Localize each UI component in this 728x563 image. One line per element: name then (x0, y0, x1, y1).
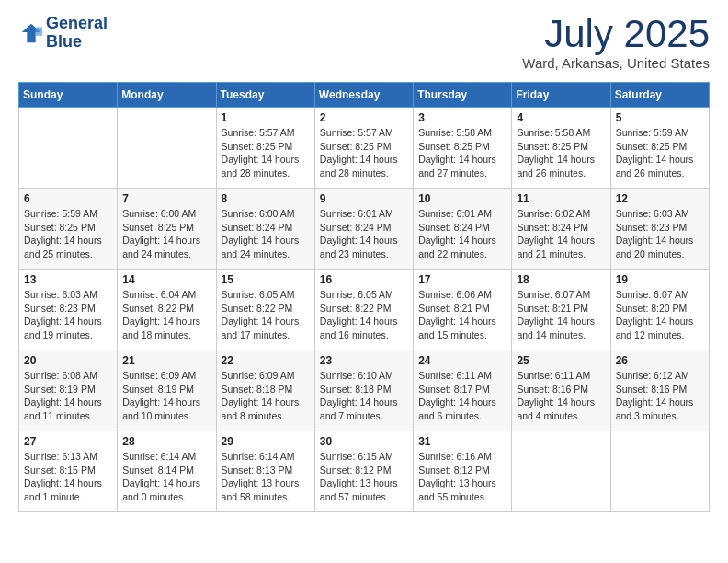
day-number: 16 (320, 273, 408, 286)
day-number: 24 (418, 354, 506, 367)
day-number: 15 (222, 273, 310, 286)
day-info: Sunrise: 6:12 AMSunset: 8:16 PMDaylight:… (616, 369, 704, 423)
day-info: Sunrise: 6:00 AMSunset: 8:24 PMDaylight:… (222, 207, 310, 261)
day-number: 14 (122, 273, 210, 286)
day-info: Sunrise: 6:00 AMSunset: 8:25 PMDaylight:… (122, 207, 210, 261)
day-number: 23 (320, 354, 408, 367)
day-cell: 3Sunrise: 5:58 AMSunset: 8:25 PMDaylight… (414, 108, 512, 189)
day-info: Sunrise: 5:59 AMSunset: 8:25 PMDaylight:… (616, 126, 704, 180)
day-info: Sunrise: 6:11 AMSunset: 8:16 PMDaylight:… (517, 369, 605, 423)
day-cell: 5Sunrise: 5:59 AMSunset: 8:25 PMDaylight… (610, 108, 709, 189)
week-row-2: 6Sunrise: 5:59 AMSunset: 8:25 PMDaylight… (19, 189, 710, 270)
weekday-header-tuesday: Tuesday (216, 83, 314, 108)
day-number: 30 (320, 435, 408, 448)
day-info: Sunrise: 6:13 AMSunset: 8:15 PMDaylight:… (24, 450, 112, 504)
day-cell: 24Sunrise: 6:11 AMSunset: 8:17 PMDayligh… (414, 350, 512, 431)
day-cell: 15Sunrise: 6:05 AMSunset: 8:22 PMDayligh… (216, 270, 314, 350)
day-number: 1 (222, 111, 310, 124)
day-number: 6 (24, 192, 112, 205)
day-cell: 6Sunrise: 5:59 AMSunset: 8:25 PMDaylight… (19, 189, 118, 270)
day-number: 20 (24, 354, 112, 367)
day-cell: 8Sunrise: 6:00 AMSunset: 8:24 PMDaylight… (216, 189, 314, 270)
day-cell: 7Sunrise: 6:00 AMSunset: 8:25 PMDaylight… (118, 189, 216, 270)
day-number: 22 (222, 354, 310, 367)
day-cell (610, 431, 709, 512)
weekday-header-thursday: Thursday (414, 83, 512, 108)
week-row-3: 13Sunrise: 6:03 AMSunset: 8:23 PMDayligh… (19, 270, 710, 350)
day-cell: 11Sunrise: 6:02 AMSunset: 8:24 PMDayligh… (512, 189, 610, 270)
day-cell: 27Sunrise: 6:13 AMSunset: 8:15 PMDayligh… (19, 431, 118, 512)
day-info: Sunrise: 6:14 AMSunset: 8:14 PMDaylight:… (122, 450, 210, 504)
day-number: 9 (320, 192, 408, 205)
day-cell: 13Sunrise: 6:03 AMSunset: 8:23 PMDayligh… (19, 270, 118, 350)
day-number: 17 (418, 273, 506, 286)
day-number: 27 (24, 435, 112, 448)
day-info: Sunrise: 6:05 AMSunset: 8:22 PMDaylight:… (222, 288, 310, 342)
day-info: Sunrise: 6:04 AMSunset: 8:22 PMDaylight:… (122, 288, 210, 342)
weekday-header-wednesday: Wednesday (314, 83, 413, 108)
day-number: 28 (122, 435, 210, 448)
day-info: Sunrise: 6:09 AMSunset: 8:19 PMDaylight:… (122, 369, 210, 423)
week-row-5: 27Sunrise: 6:13 AMSunset: 8:15 PMDayligh… (19, 431, 710, 512)
day-cell: 18Sunrise: 6:07 AMSunset: 8:21 PMDayligh… (512, 270, 610, 350)
day-cell: 20Sunrise: 6:08 AMSunset: 8:19 PMDayligh… (19, 350, 118, 431)
day-info: Sunrise: 6:01 AMSunset: 8:24 PMDaylight:… (320, 207, 408, 261)
day-cell: 31Sunrise: 6:16 AMSunset: 8:12 PMDayligh… (414, 431, 512, 512)
logo-line1: General (46, 15, 108, 33)
day-info: Sunrise: 6:15 AMSunset: 8:12 PMDaylight:… (320, 450, 408, 504)
svg-marker-2 (36, 27, 42, 35)
day-number: 25 (517, 354, 605, 367)
day-info: Sunrise: 5:59 AMSunset: 8:25 PMDaylight:… (24, 207, 112, 261)
weekday-header-friday: Friday (512, 83, 610, 108)
weekday-header-saturday: Saturday (610, 83, 709, 108)
day-cell: 28Sunrise: 6:14 AMSunset: 8:14 PMDayligh… (118, 431, 216, 512)
logo: General Blue (18, 15, 108, 52)
day-cell: 19Sunrise: 6:07 AMSunset: 8:20 PMDayligh… (610, 270, 709, 350)
day-info: Sunrise: 6:07 AMSunset: 8:21 PMDaylight:… (517, 288, 605, 342)
day-number: 19 (616, 273, 704, 286)
day-cell: 21Sunrise: 6:09 AMSunset: 8:19 PMDayligh… (118, 350, 216, 431)
day-info: Sunrise: 6:16 AMSunset: 8:12 PMDaylight:… (418, 450, 506, 504)
day-cell: 12Sunrise: 6:03 AMSunset: 8:23 PMDayligh… (610, 189, 709, 270)
logo-line2: Blue (46, 33, 108, 52)
day-info: Sunrise: 5:58 AMSunset: 8:25 PMDaylight:… (517, 126, 605, 180)
weekday-header-monday: Monday (118, 83, 216, 108)
day-info: Sunrise: 5:57 AMSunset: 8:25 PMDaylight:… (222, 126, 310, 180)
day-cell: 2Sunrise: 5:57 AMSunset: 8:25 PMDaylight… (314, 108, 413, 189)
day-number: 3 (418, 111, 506, 124)
day-number: 7 (122, 192, 210, 205)
day-number: 11 (517, 192, 605, 205)
day-number: 2 (320, 111, 408, 124)
day-cell (512, 431, 610, 512)
day-number: 26 (616, 354, 704, 367)
day-info: Sunrise: 6:07 AMSunset: 8:20 PMDaylight:… (616, 288, 704, 342)
day-cell: 1Sunrise: 5:57 AMSunset: 8:25 PMDaylight… (216, 108, 314, 189)
day-number: 10 (418, 192, 506, 205)
day-cell: 23Sunrise: 6:10 AMSunset: 8:18 PMDayligh… (314, 350, 413, 431)
day-info: Sunrise: 6:06 AMSunset: 8:21 PMDaylight:… (418, 288, 506, 342)
day-info: Sunrise: 5:58 AMSunset: 8:25 PMDaylight:… (418, 126, 506, 180)
day-info: Sunrise: 5:57 AMSunset: 8:25 PMDaylight:… (320, 126, 408, 180)
day-info: Sunrise: 6:01 AMSunset: 8:24 PMDaylight:… (418, 207, 506, 261)
day-info: Sunrise: 6:03 AMSunset: 8:23 PMDaylight:… (616, 207, 704, 261)
day-cell: 16Sunrise: 6:05 AMSunset: 8:22 PMDayligh… (314, 270, 413, 350)
day-number: 5 (616, 111, 704, 124)
day-info: Sunrise: 6:11 AMSunset: 8:17 PMDaylight:… (418, 369, 506, 423)
day-cell (19, 108, 118, 189)
day-cell: 26Sunrise: 6:12 AMSunset: 8:16 PMDayligh… (610, 350, 709, 431)
day-number: 8 (222, 192, 310, 205)
page-header: General Blue July 2025 Ward, Arkansas, U… (18, 15, 710, 71)
day-cell: 9Sunrise: 6:01 AMSunset: 8:24 PMDaylight… (314, 189, 413, 270)
day-number: 4 (517, 111, 605, 124)
weekday-header-row: SundayMondayTuesdayWednesdayThursdayFrid… (19, 83, 710, 108)
day-cell: 4Sunrise: 5:58 AMSunset: 8:25 PMDaylight… (512, 108, 610, 189)
day-info: Sunrise: 6:05 AMSunset: 8:22 PMDaylight:… (320, 288, 408, 342)
day-cell: 29Sunrise: 6:14 AMSunset: 8:13 PMDayligh… (216, 431, 314, 512)
day-number: 13 (24, 273, 112, 286)
day-info: Sunrise: 6:09 AMSunset: 8:18 PMDaylight:… (222, 369, 310, 423)
location: Ward, Arkansas, United States (522, 55, 710, 71)
day-info: Sunrise: 6:14 AMSunset: 8:13 PMDaylight:… (222, 450, 310, 504)
day-cell: 22Sunrise: 6:09 AMSunset: 8:18 PMDayligh… (216, 350, 314, 431)
day-number: 31 (418, 435, 506, 448)
day-cell: 30Sunrise: 6:15 AMSunset: 8:12 PMDayligh… (314, 431, 413, 512)
